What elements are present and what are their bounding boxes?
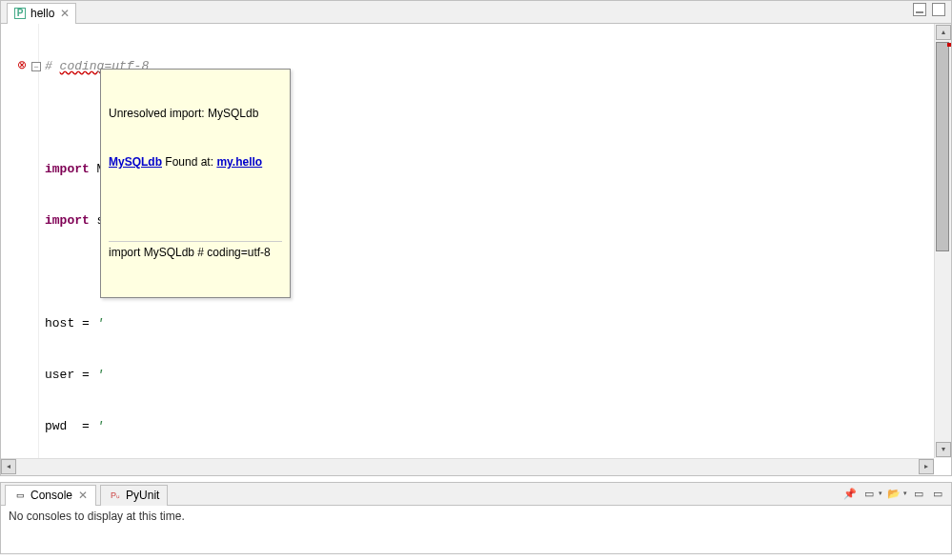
scroll-right-button[interactable]: ▸ [919,459,934,474]
scroll-up-button[interactable]: ▴ [936,25,951,40]
tooltip-link-myhello[interactable]: my.hello [216,155,262,169]
python-file-icon: P [13,7,27,20]
scroll-left-button[interactable]: ◂ [1,459,16,474]
maximize-view-button[interactable] [932,3,945,16]
error-tooltip: Unresolved import: MySQLdb MySQLdb Found… [100,69,291,298]
tab-filename: hello [30,7,54,20]
open-console-icon[interactable]: 📂 [886,486,901,501]
scroll-thumb[interactable] [936,42,949,251]
tooltip-line1: Unresolved import: MySQLdb [109,106,282,122]
display-selected-icon[interactable]: ▭ [861,486,877,501]
editor-tab-hello[interactable]: P hello ✕ [7,3,76,24]
editor-tab-bar: P hello ✕ [1,1,951,24]
maximize-view-button[interactable]: ▭ [930,486,945,501]
vertical-scrollbar[interactable]: ▴ ▾ [934,24,951,458]
pin-console-icon[interactable]: 📌 [842,486,858,501]
console-icon: ▭ [13,489,27,502]
console-body: No consoles to display at this time. [1,506,951,527]
scroll-down-button[interactable]: ▾ [936,442,951,457]
horizontal-scrollbar[interactable]: ◂ ▸ [1,458,934,475]
editor-panel: P hello ✕ ⊗ − # coding=utf-8 import MySQ… [0,0,952,476]
minimize-view-button[interactable] [913,3,926,16]
tab-label: PyUnit [126,489,159,502]
tab-close-icon[interactable]: ✕ [78,489,88,502]
console-tab-bar: ▭ Console ✕ Pᵤ PyUnit 📌 ▭▾ 📂▾ ▭ ▭ [1,483,951,506]
code-editor[interactable]: # coding=utf-8 import MySQLdb import s h… [39,24,934,458]
console-panel: ▭ Console ✕ Pᵤ PyUnit 📌 ▭▾ 📂▾ ▭ ▭ No con… [0,482,952,554]
tooltip-line3: import MySQLdb # coding=utf-8 [109,241,282,261]
console-tab[interactable]: ▭ Console ✕ [5,485,96,506]
tab-label: Console [30,489,72,502]
editor-window-controls [913,3,945,16]
tab-close-icon[interactable]: ✕ [60,7,70,20]
pyunit-tab[interactable]: Pᵤ PyUnit [100,485,168,506]
error-overview-marker[interactable] [947,43,951,47]
error-marker-icon[interactable]: ⊗ [17,58,27,71]
editor-gutter: ⊗ − [1,24,39,458]
console-empty-message: No consoles to display at this time. [9,510,185,523]
console-toolbar: 📌 ▭▾ 📂▾ ▭ ▭ [842,486,945,501]
minimize-view-button[interactable]: ▭ [911,486,926,501]
tooltip-link-mysqldb[interactable]: MySQLdb [109,155,162,169]
pyunit-icon: Pᵤ [109,489,122,502]
